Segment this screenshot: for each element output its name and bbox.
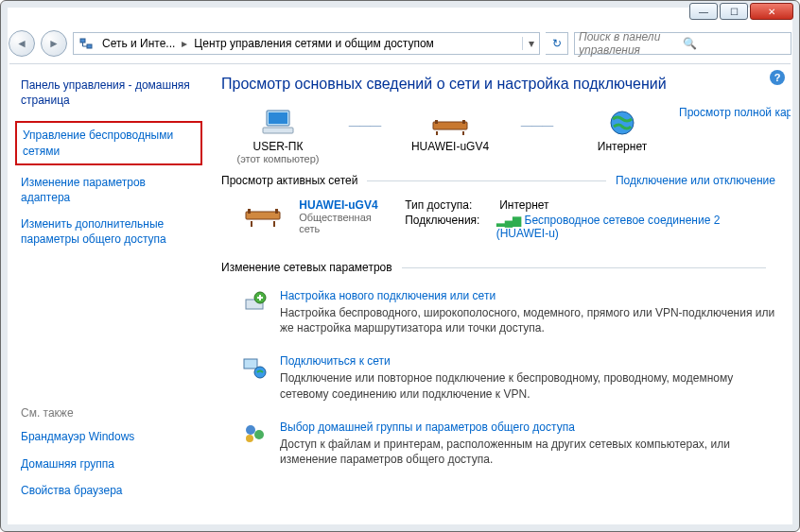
task-description: Доступ к файлам и принтерам, расположенн…	[280, 437, 775, 467]
search-icon: 🔍	[683, 37, 787, 50]
full-map-link[interactable]: Просмотр полной карты	[679, 106, 791, 119]
task-homegroup-sharing[interactable]: Выбор домашней группы и параметров общег…	[221, 415, 775, 480]
homegroup-icon	[240, 420, 269, 447]
map-node-sublabel: (этот компьютер)	[221, 153, 335, 164]
connect-icon	[240, 354, 269, 381]
sidebar-link-browser-properties[interactable]: Свойства браузера	[21, 483, 197, 498]
svg-rect-18	[244, 359, 257, 369]
svg-rect-3	[269, 112, 287, 124]
map-node-label: USER-ПК	[221, 140, 335, 153]
network-map: USER-ПК (этот компьютер) — — —	[221, 106, 775, 164]
breadcrumb[interactable]: Сеть и Инте... ▸ Центр управления сетями…	[73, 32, 540, 55]
map-node-this-pc[interactable]: USER-ПК (этот компьютер)	[221, 106, 335, 164]
search-input[interactable]: Поиск в панели управления 🔍	[574, 32, 791, 55]
signal-icon: ▂▄▆	[496, 214, 522, 227]
svg-rect-5	[433, 122, 467, 129]
search-placeholder: Поиск в панели управления	[579, 30, 683, 57]
svg-point-21	[254, 430, 264, 439]
chevron-right-icon[interactable]: ▸	[179, 37, 190, 50]
svg-rect-4	[263, 128, 293, 133]
body: Панель управления - домашняя страница Уп…	[9, 63, 791, 523]
close-button[interactable]: ✕	[750, 3, 793, 20]
titlebar: — ☐ ✕	[1, 1, 799, 27]
svg-point-22	[246, 435, 253, 442]
map-node-label: Интернет	[565, 140, 679, 153]
prop-key: Тип доступа:	[405, 198, 499, 212]
sidebar: Панель управления - домашняя страница Уп…	[9, 64, 208, 523]
globe-icon	[565, 106, 679, 140]
sidebar-link-wireless[interactable]: Управление беспроводными сетями	[15, 121, 202, 164]
prop-value: Интернет	[499, 198, 548, 212]
breadcrumb-segment[interactable]: Сеть и Инте...	[98, 37, 179, 50]
back-button[interactable]: ◄	[9, 30, 35, 57]
task-description: Настройка беспроводного, широкополосного…	[280, 305, 775, 335]
task-title: Подключиться к сети	[280, 354, 775, 368]
svg-point-10	[611, 112, 634, 134]
navigation-bar: ◄ ► Сеть и Инте... ▸ Центр управления се…	[9, 27, 791, 60]
network-properties: Тип доступа: Интернет Подключения: ▂▄▆ Б…	[405, 198, 775, 242]
active-network-entry: HUAWEI-uGV4 Общественная сеть Тип доступ…	[221, 195, 775, 255]
breadcrumb-segment[interactable]: Центр управления сетями и общим доступом	[190, 37, 438, 50]
connection-link[interactable]: Беспроводное сетевое соединение 2 (HUAWE…	[496, 214, 721, 240]
section-label: Изменение сетевых параметров	[221, 261, 392, 274]
content-pane: ? Просмотр основных сведений о сети и на…	[208, 64, 791, 523]
svg-point-19	[254, 367, 266, 378]
map-connector: — — —	[513, 106, 560, 132]
network-category-icon	[240, 198, 286, 242]
forward-button[interactable]: ►	[41, 30, 67, 57]
refresh-icon: ↻	[552, 37, 562, 50]
connect-disconnect-link[interactable]: Подключение или отключение	[616, 174, 775, 187]
map-connector: — — —	[340, 106, 388, 132]
sidebar-link-sharing-settings[interactable]: Изменить дополнительные параметры общего…	[21, 216, 197, 247]
svg-rect-1	[87, 44, 92, 48]
section-label: Просмотр активных сетей	[221, 174, 357, 187]
network-icon	[78, 35, 95, 52]
sidebar-link-firewall[interactable]: Брандмауэр Windows	[21, 429, 197, 444]
sidebar-home-link[interactable]: Панель управления - домашняя страница	[21, 77, 197, 108]
new-connection-icon	[240, 289, 269, 316]
task-description: Подключение или повторное подключение к …	[280, 370, 775, 401]
page-title: Просмотр основных сведений о сети и наст…	[221, 76, 775, 93]
svg-rect-12	[248, 209, 251, 214]
sidebar-link-homegroup[interactable]: Домашняя группа	[21, 456, 197, 472]
task-title: Настройка нового подключения или сети	[280, 289, 775, 302]
network-name-link[interactable]: HUAWEI-uGV4	[299, 198, 391, 212]
change-settings-header: Изменение сетевых параметров	[221, 261, 775, 274]
computer-icon	[221, 106, 335, 140]
svg-point-20	[246, 425, 255, 435]
sidebar-see-also-label: См. также	[21, 406, 197, 420]
breadcrumb-dropdown[interactable]: ▾	[522, 37, 539, 50]
sidebar-link-adapter-settings[interactable]: Изменение параметров адаптера	[21, 175, 197, 205]
network-type-label: Общественная сеть	[299, 212, 391, 234]
help-icon[interactable]: ?	[770, 70, 785, 85]
router-icon	[393, 106, 507, 140]
svg-rect-7	[462, 120, 465, 124]
task-connect-network[interactable]: Подключиться к сети Подключение или повт…	[221, 349, 775, 414]
svg-rect-6	[435, 120, 438, 124]
minimize-button[interactable]: —	[689, 3, 718, 20]
prop-key: Подключения:	[405, 214, 496, 240]
map-node-internet[interactable]: Интернет	[565, 106, 679, 153]
map-node-router[interactable]: HUAWEI-uGV4	[393, 106, 507, 153]
control-panel-window: — ☐ ✕ ◄ ► Сеть и Инте... ▸ Центр управле…	[0, 0, 800, 532]
task-title: Выбор домашней группы и параметров общег…	[280, 420, 775, 434]
maximize-button[interactable]: ☐	[720, 3, 748, 20]
svg-rect-11	[246, 212, 280, 219]
task-new-connection[interactable]: Настройка нового подключения или сети На…	[221, 283, 775, 349]
refresh-button[interactable]: ↻	[546, 32, 568, 55]
svg-rect-0	[80, 39, 85, 43]
svg-rect-13	[275, 209, 278, 214]
active-networks-header: Просмотр активных сетей Подключение или …	[221, 174, 775, 187]
map-node-label: HUAWEI-uGV4	[393, 140, 507, 153]
